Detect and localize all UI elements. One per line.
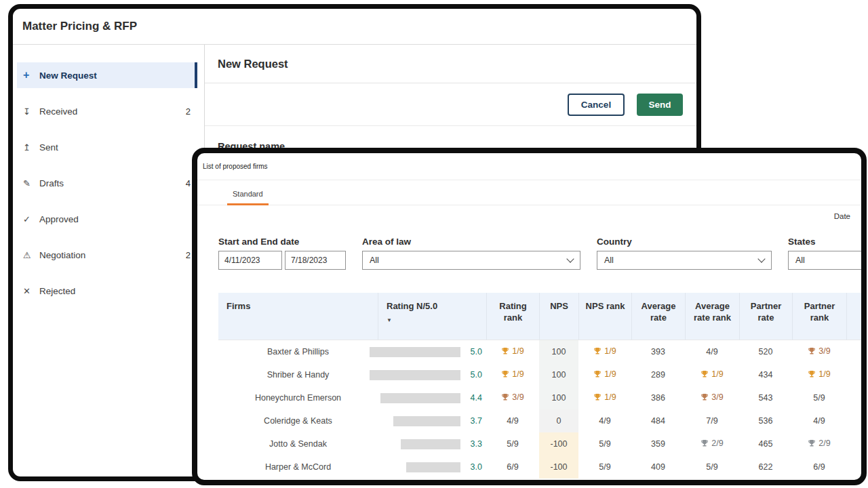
proposed-firms-window: List of proposed firms Standard Date Sta… [192,148,867,485]
rating-rank: 1/9 [486,340,539,363]
average-rate: 484 [631,409,685,432]
sidebar-item-label: Rejected [39,286,75,296]
trophy-gold-icon [808,370,816,378]
rating-cell: 3.0 [378,455,486,479]
partner-rate: 536 [739,409,792,432]
partner-rank: 6/9 [792,455,846,479]
nps-value: -100 [539,455,578,479]
screenshot-stage: Matter Pricing & RFP +New Request↧Receiv… [0,0,868,488]
table-row: Honeychurch Emerson4.43/91001/93863/9543… [218,386,867,409]
rating-cell: 3.3 [378,432,486,455]
sidebar-item-count: 2 [186,250,191,260]
rating-value: 3.7 [465,416,482,426]
tab-bar: Standard [197,180,861,205]
average-rate: 289 [631,363,685,386]
average-rate-rank: 3/9 [685,386,739,409]
rating-rank: 3/9 [486,386,539,409]
average-rate-rank: 2/9 [685,432,739,455]
trophy-gold-icon [593,393,601,401]
send-button[interactable]: Send [637,94,683,116]
nps-value: 0 [539,409,578,432]
states-select[interactable]: All [788,251,867,270]
table-body: Baxter & Phillips5.01/91001/93934/95203/… [218,340,867,479]
overlay-header: List of proposed firms [197,153,861,180]
sidebar-item-sent[interactable]: ↥Sent [17,134,197,160]
rating-rank: 4/9 [486,409,539,432]
extra-cell [846,432,867,455]
trophy-gold-icon [501,370,509,378]
country-value: All [604,256,614,265]
trophy-silver-icon [701,439,709,447]
filter-country-label: Country [597,237,772,247]
partner-rank: 5/9 [792,386,846,409]
filter-area-of-law-label: Area of law [362,237,580,247]
nps-rank: 1/9 [578,386,631,409]
country-select[interactable]: All [597,251,772,270]
column-header-firms[interactable]: Firms [218,293,378,340]
overlay-title: List of proposed firms [203,163,268,170]
sort-desc-icon[interactable]: ▼ [387,317,481,324]
average-rate-rank: 4/9 [685,340,739,363]
page-title-row: New Request [205,45,696,83]
cancel-button[interactable]: Cancel [568,94,625,116]
column-header-partner-rank[interactable]: Partner rank [792,293,846,340]
extra-cell [846,455,867,479]
app-header: Matter Pricing & RFP [13,9,696,45]
inbox-down-icon: ↧ [23,106,39,117]
firm-name: Coleridge & Keats [218,409,378,432]
partner-rate: 520 [739,340,792,363]
column-header-extra[interactable] [846,293,867,340]
rating-cell: 5.0 [378,363,486,386]
average-rate-rank: 7/9 [685,409,739,432]
page-title: New Request [218,58,288,70]
column-header-average-rate[interactable]: Average rate [631,293,685,340]
column-header-rating-rank[interactable]: Rating rank [486,293,539,340]
firm-name: Harper & McCord [218,455,378,479]
column-header-nps[interactable]: NPS [539,293,578,340]
sidebar-item-drafts[interactable]: ✎Drafts4 [17,170,197,196]
column-header-rating-n-5-0[interactable]: Rating N/5.0▼ [378,293,486,340]
app-title: Matter Pricing & RFP [22,20,137,33]
tab-standard[interactable]: Standard [227,180,269,205]
nps-rank: 4/9 [578,409,631,432]
extra-cell [846,386,867,409]
nps-rank: 5/9 [578,455,631,479]
rating-rank: 6/9 [486,455,539,479]
warning-icon: ⚠ [23,250,39,260]
pencil-icon: ✎ [23,178,39,188]
rating-value: 3.0 [465,462,482,472]
rating-value: 5.0 [465,347,482,357]
sidebar-item-rejected[interactable]: ✕Rejected [17,278,197,304]
overlay-toolbar: Date [197,205,861,227]
form-actions: Cancel Send [205,83,696,126]
table-row: Shriber & Handy5.01/91001/92891/94341/9 [218,363,867,386]
table-row: Jotto & Sendak3.35/9-1005/93592/94652/9 [218,432,867,455]
date-label: Date [834,212,850,220]
table-row: Harper & McCord3.06/9-1005/94095/96226/9 [218,455,867,479]
sidebar-item-approved[interactable]: ✓Approved [17,206,197,232]
sidebar-item-label: Negotiation [39,250,85,260]
start-date-input[interactable] [218,251,282,270]
column-header-partner-rate[interactable]: Partner rate [739,293,792,340]
column-header-average-rate-rank[interactable]: Average rate rank [685,293,739,340]
sidebar-item-new-request[interactable]: +New Request [17,62,197,88]
column-header-nps-rank[interactable]: NPS rank [578,293,631,340]
firm-name: Shriber & Handy [218,363,378,386]
rating-bar [370,347,460,357]
end-date-input[interactable] [285,251,346,270]
sidebar-item-negotiation[interactable]: ⚠Negotiation2 [17,242,197,268]
table-head: FirmsRating N/5.0▼Rating rankNPSNPS rank… [218,293,867,340]
check-icon: ✓ [23,214,39,224]
sidebar-item-label: Sent [39,142,58,152]
sidebar-item-label: Approved [39,214,79,224]
average-rate-rank: 5/9 [685,455,739,479]
sidebar-item-label: Drafts [39,178,64,188]
area-of-law-select[interactable]: All [362,251,580,270]
partner-rank: 1/9 [792,363,846,386]
nps-value: 100 [539,386,578,409]
rating-bar [406,462,460,472]
sidebar: +New Request↧Received2↥Sent✎Drafts4✓Appr… [13,45,205,476]
rating-cell: 5.0 [378,340,486,363]
sidebar-item-received[interactable]: ↧Received2 [17,98,197,124]
nps-value: -100 [539,432,578,455]
